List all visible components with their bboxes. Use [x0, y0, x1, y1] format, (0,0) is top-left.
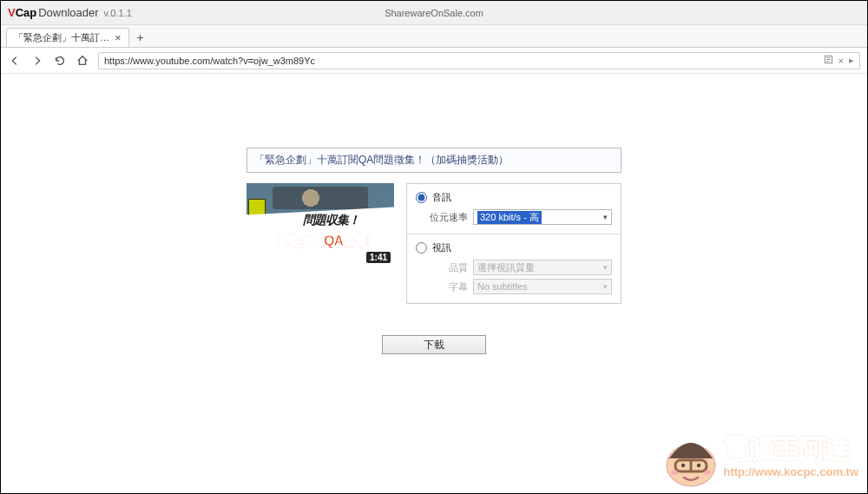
chevron-down-icon: ▾	[603, 213, 608, 221]
bitrate-value: 320 kbit/s - 高	[477, 211, 542, 224]
svg-point-5	[697, 464, 700, 467]
thumb-main-text: 十萬訂閱QA企劃	[250, 233, 391, 251]
url-clear-icon[interactable]: ×	[838, 56, 844, 66]
thumb-top-text: 問題収集！	[273, 213, 389, 228]
main-content: 「緊急企劃」十萬訂閱QA問題徵集！（加碼抽獎活動） 緊急 問題収集！ 十萬訂閱Q…	[1, 74, 867, 493]
reader-icon[interactable]	[824, 55, 833, 66]
bitrate-row: 位元速率 320 kbit/s - 高 ▾	[430, 209, 612, 225]
audio-section: 音訊 位元速率 320 kbit/s - 高 ▾	[407, 184, 621, 234]
app-logo: VCapDownloader	[8, 6, 99, 19]
video-duration: 1:41	[366, 252, 391, 263]
download-button[interactable]: 下載	[382, 335, 486, 354]
tab[interactable]: 「緊急企劃」十萬訂閱QA... ×	[6, 28, 129, 47]
app-version: v.0.1.1	[104, 8, 132, 18]
svg-point-4	[681, 464, 685, 467]
watermark: 電腦王阿達 http://www.kocpc.com.tw	[662, 422, 858, 488]
url-go-icon[interactable]: ▸	[849, 55, 854, 66]
audio-radio-input[interactable]	[416, 192, 427, 203]
audio-radio-label: 音訊	[432, 191, 451, 204]
watermark-text: 電腦王阿達	[723, 431, 858, 467]
video-radio-label: 視訊	[432, 241, 451, 254]
quality-label: 品質	[430, 261, 468, 274]
svg-rect-2	[675, 460, 707, 471]
video-radio-input[interactable]	[416, 242, 427, 254]
tab-close-icon[interactable]: ×	[115, 32, 122, 43]
watermark-url: http://www.kocpc.com.tw	[723, 465, 858, 478]
bitrate-select[interactable]: 320 kbit/s - 高 ▾	[473, 209, 612, 225]
nav-forward-button[interactable]	[30, 54, 44, 68]
url-input[interactable]	[104, 56, 824, 66]
tab-label: 「緊急企劃」十萬訂閱QA...	[14, 31, 109, 44]
title-bar: VCapDownloader v.0.1.1 SharewareOnSale.c…	[1, 1, 867, 25]
video-radio[interactable]: 視訊	[416, 241, 612, 254]
quality-select[interactable]: 選擇視訊質量 ▾	[473, 260, 612, 275]
svg-point-7	[704, 470, 711, 475]
quality-value: 選擇視訊質量	[477, 261, 535, 274]
nav-back-button[interactable]	[8, 54, 22, 68]
nav-bar: × ▸	[1, 48, 867, 74]
quality-row: 品質 選擇視訊質量 ▾	[430, 260, 612, 275]
svg-point-6	[671, 470, 678, 475]
video-section: 視訊 品質 選擇視訊質量 ▾ 字幕 No subtitles ▾	[407, 234, 621, 303]
nav-home-button[interactable]	[76, 54, 89, 68]
watermark-mascot-icon	[662, 422, 720, 488]
nav-reload-button[interactable]	[53, 54, 67, 68]
options-panel: 音訊 位元速率 320 kbit/s - 高 ▾ 視訊	[406, 183, 621, 304]
subtitles-select[interactable]: No subtitles ▾	[473, 279, 612, 294]
header-link-text[interactable]: SharewareOnSale.com	[385, 8, 483, 18]
video-title-field[interactable]: 「緊急企劃」十萬訂閱QA問題徵集！（加碼抽獎活動）	[247, 148, 621, 173]
media-row: 緊急 問題収集！ 十萬訂閱QA企劃 1:41 音訊 位元速率 320 kbit/…	[247, 183, 621, 304]
tab-add-button[interactable]: +	[131, 28, 150, 47]
bitrate-label: 位元速率	[430, 211, 468, 224]
subtitles-value: No subtitles	[477, 281, 527, 292]
chevron-down-icon: ▾	[603, 263, 608, 272]
svg-point-1	[667, 445, 715, 486]
tab-strip: 「緊急企劃」十萬訂閱QA... × +	[1, 25, 867, 48]
subtitles-label: 字幕	[430, 280, 468, 293]
url-bar[interactable]: × ▸	[98, 52, 860, 69]
chevron-down-icon: ▾	[603, 282, 608, 291]
subtitles-row: 字幕 No subtitles ▾	[430, 279, 612, 294]
app-window: VCapDownloader v.0.1.1 SharewareOnSale.c…	[0, 0, 868, 494]
audio-radio[interactable]: 音訊	[416, 191, 612, 204]
video-thumbnail[interactable]: 緊急 問題収集！ 十萬訂閱QA企劃 1:41	[247, 183, 394, 267]
